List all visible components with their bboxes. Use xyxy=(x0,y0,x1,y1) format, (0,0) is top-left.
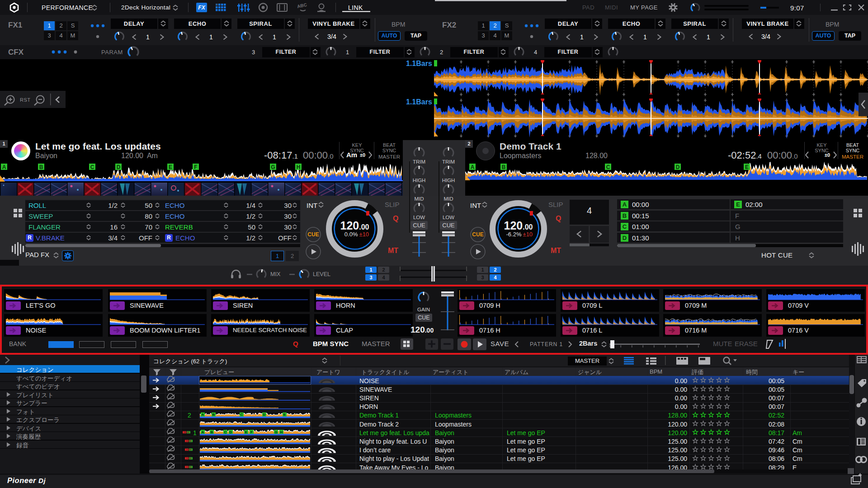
svg-text:2: 2 xyxy=(440,49,443,56)
svg-text:3: 3 xyxy=(252,49,255,56)
svg-text:1: 1 xyxy=(346,49,349,56)
svg-text:4: 4 xyxy=(534,49,537,56)
